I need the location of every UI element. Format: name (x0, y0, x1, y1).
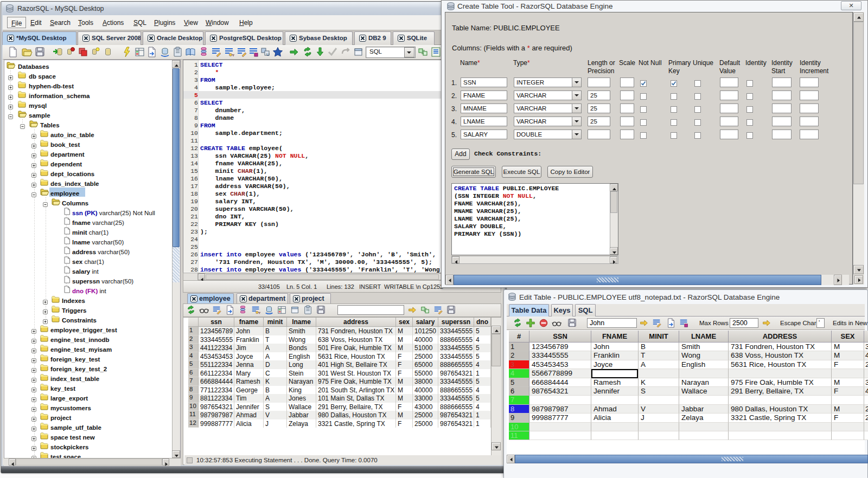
svg-text:U: U (266, 52, 270, 57)
